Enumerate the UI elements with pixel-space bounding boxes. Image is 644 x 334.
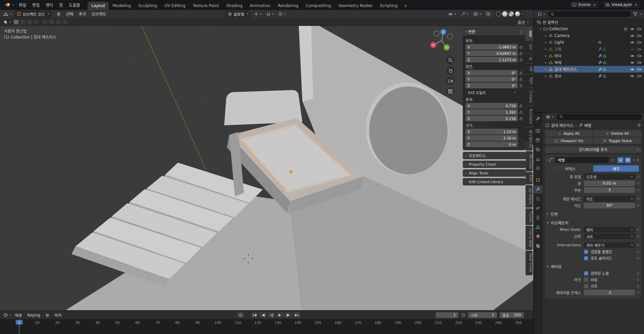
dimensions-x-field[interactable]: X1.13 m (465, 129, 518, 134)
outliner-row-scene-collection[interactable]: 씬 컬렉션 (534, 19, 644, 26)
viewlayer-selector[interactable]: ViewLayer × (603, 1, 640, 8)
loop-slide-checkbox[interactable]: ✓ (584, 256, 588, 260)
menu-select[interactable]: 선택 (63, 10, 76, 18)
properties-search[interactable] (557, 114, 642, 120)
render-camera-icon[interactable] (637, 48, 641, 51)
workspace-tab-compositing[interactable]: Compositing (302, 2, 335, 10)
proportional-editing-dropdown[interactable]: ▾ (277, 11, 287, 17)
tab-output[interactable] (534, 136, 542, 144)
modifier-name-field[interactable]: 베벨 (555, 157, 609, 163)
zoom-button[interactable] (446, 56, 454, 64)
scene-unlink-icon[interactable]: × (593, 3, 596, 7)
hide-eye-icon[interactable] (630, 68, 635, 71)
navigation-gizmo[interactable]: Z X Y (430, 28, 454, 52)
outliner-row-floor[interactable]: ▸ 바닥 (534, 52, 644, 59)
shading-section-header[interactable]: ▾셰이딩 (547, 263, 639, 269)
scene-selector[interactable]: Scene × (570, 1, 598, 8)
lock-icon[interactable] (519, 117, 523, 120)
lock-icon[interactable] (519, 45, 523, 49)
sidebar-tab-tool[interactable]: 도구 (526, 41, 533, 53)
menu-object[interactable]: 오브젝트 (89, 10, 109, 18)
overlays-dropdown[interactable]: ▾ (472, 11, 483, 17)
filter-icon[interactable] (633, 12, 637, 16)
amount-field[interactable]: 0.02 m (584, 180, 635, 186)
profile-section-header[interactable]: ▸단면 (547, 211, 639, 217)
render-camera-icon[interactable] (637, 61, 641, 64)
lock-icon[interactable] (519, 71, 523, 75)
gizmo-minus-x-axis[interactable] (447, 34, 453, 39)
outliner-row-light[interactable]: ▸ Light (534, 39, 644, 46)
dimensions-z-field[interactable]: Z0 m (465, 141, 518, 147)
rotation-y-field[interactable]: Y0° (465, 76, 518, 82)
decorator-dot[interactable] (637, 251, 639, 253)
select-mode-new-button[interactable] (13, 19, 19, 25)
auto-keyframe-button[interactable] (237, 312, 244, 318)
tab-modifiers[interactable] (534, 185, 542, 194)
mode-dropdown[interactable]: 오브젝트 모드▾ (15, 10, 51, 18)
transform-panel-header[interactable]: ▾변환 (463, 28, 526, 35)
hide-eye-icon[interactable] (630, 34, 635, 37)
delete-modifier-icon[interactable]: × (636, 158, 639, 162)
rotation-z-field[interactable]: Z0° (465, 83, 518, 88)
breadcrumb-object[interactable]: 침대 메트리스 (551, 123, 574, 128)
tab-object[interactable] (534, 176, 542, 184)
sidebar-tab-item[interactable]: 항목 (526, 28, 533, 40)
camera-view-button[interactable] (446, 77, 454, 85)
sidebar-tab-create[interactable]: Create (526, 88, 533, 106)
expand-icon[interactable]: ▸ (544, 47, 548, 51)
breadcrumb-modifier[interactable]: 베벨 (584, 123, 591, 128)
delete-all-button[interactable]: ×Delete All (594, 130, 642, 137)
modifier-extras-caret[interactable]: ▾ (633, 159, 635, 162)
angle-field[interactable]: 30° (584, 203, 635, 208)
render-camera-icon[interactable] (637, 41, 641, 44)
select-mode-extend-button[interactable] (20, 19, 26, 25)
shading-rendered-icon[interactable] (515, 11, 520, 16)
active-tool-button[interactable]: ▾ (3, 19, 12, 25)
hide-eye-icon[interactable] (630, 54, 635, 57)
tab-material[interactable] (534, 232, 542, 241)
pivot-point-dropdown[interactable]: ▾ (253, 11, 263, 17)
panel-drag-handle[interactable] (520, 30, 523, 34)
lock-icon[interactable] (519, 58, 523, 61)
outliner-search[interactable] (548, 11, 631, 17)
workspace-tab-scripting[interactable]: Scripting (376, 2, 401, 10)
outliner-row-wall[interactable]: ▸ 벽체 (534, 59, 644, 66)
jump-to-start-button[interactable] (251, 312, 258, 318)
play-reverse-button[interactable] (268, 312, 275, 318)
menu-window[interactable]: 창 (56, 1, 66, 9)
workspace-tab-uv-editing[interactable]: UV Editing (161, 2, 189, 10)
sidebar-tab-pdt[interactable]: PDT (526, 75, 533, 87)
properties-search-input[interactable] (564, 115, 639, 119)
select-mode-subtract-button[interactable] (27, 19, 32, 25)
current-frame-field[interactable]: 1 (436, 312, 458, 318)
decorator-dot[interactable] (637, 175, 639, 178)
location-x-field[interactable]: X-1.0663 m (465, 44, 518, 50)
tab-physics[interactable] (534, 204, 542, 212)
location-z-field[interactable]: Z1.1273 m (465, 57, 518, 62)
sidebar-tab-real-snow[interactable]: Real Snow (526, 251, 533, 275)
intersections-dropdown[interactable]: 격자 채우기▾ (584, 242, 635, 248)
prev-keyframe-button[interactable] (259, 312, 267, 318)
menu-edit[interactable]: 편집 (29, 1, 43, 9)
decorator-dot[interactable] (637, 182, 639, 184)
decorator-dot[interactable] (637, 244, 639, 246)
workspace-tab-texture-paint[interactable]: Texture Paint (189, 2, 222, 10)
menu-render[interactable]: 렌더 (43, 1, 56, 9)
next-keyframe-button[interactable] (285, 312, 292, 318)
outliner-search-input[interactable] (556, 12, 629, 16)
tab-object-data[interactable] (534, 223, 542, 231)
workspace-tab-rendering[interactable]: Rendering (274, 2, 302, 10)
panel-properties[interactable]: ›프로퍼티스 (463, 152, 526, 159)
collection-checkbox[interactable]: ✓ (624, 27, 628, 31)
sidebar-tab-view[interactable]: 뷰 (526, 54, 533, 63)
menu-view[interactable]: 뷰 (54, 10, 63, 18)
end-frame-field[interactable]: 종료250 (500, 312, 524, 318)
use-preview-range-icon[interactable] (461, 313, 465, 317)
menu-keying[interactable]: Keying (24, 312, 43, 319)
rotation-x-field[interactable]: X0° (465, 70, 518, 76)
tab-view-layer[interactable] (534, 145, 542, 154)
pan-button[interactable] (446, 67, 454, 75)
hide-eye-icon[interactable] (630, 28, 635, 31)
decorator-dot[interactable] (637, 189, 639, 191)
viewport-vis-button[interactable]: Viewport Vis (545, 137, 593, 144)
